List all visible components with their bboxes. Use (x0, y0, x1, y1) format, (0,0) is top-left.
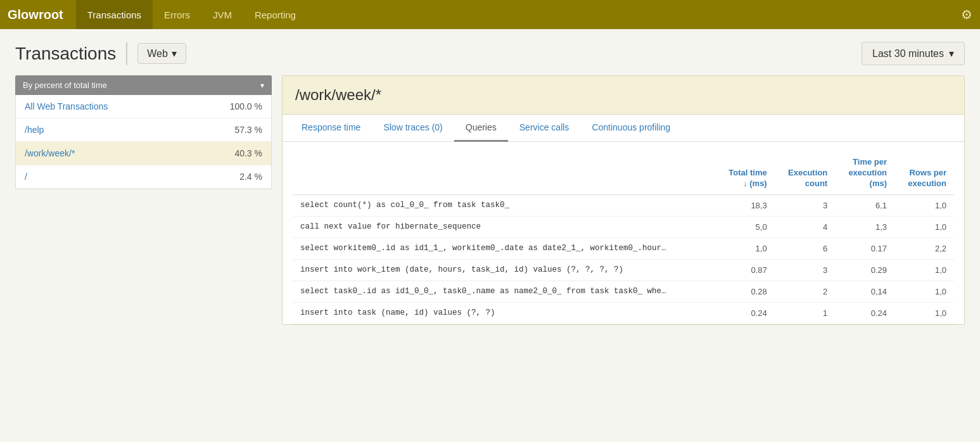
sidebar-table: All Web Transactions 100.0 % /help 57.3 … (15, 95, 272, 189)
th-total-time[interactable]: Total time↓ (ms) (715, 152, 775, 194)
right-panel: /work/week/* Response time Slow traces (… (282, 75, 965, 325)
query-text: select count(*) as col_0_0_ from task ta… (293, 194, 715, 216)
exec-count-cell: 6 (775, 237, 835, 259)
rows-per-exec-cell: 1,0 (894, 216, 954, 237)
page-title: Transactions (15, 44, 116, 64)
panel-title: /work/week/* (295, 86, 951, 104)
rows-per-exec-cell: 1,0 (894, 259, 954, 281)
tab-queries[interactable]: Queries (454, 115, 508, 142)
rows-per-exec-cell: 1,0 (894, 281, 954, 302)
nav-item-reporting[interactable]: Reporting (243, 0, 307, 29)
table-row[interactable]: insert into task (name, id) values (?, ?… (293, 302, 954, 324)
sidebar-row-help[interactable]: /help 57.3 % (16, 118, 271, 142)
sidebar-row-label: All Web Transactions (25, 101, 108, 111)
time-per-exec-cell: 0,14 (835, 281, 894, 302)
sidebar-row-label: /work/week/* (25, 148, 75, 158)
sidebar-row-label: / (25, 172, 27, 182)
nav-item-jvm[interactable]: JVM (201, 0, 243, 29)
sort-arrow-icon: ↓ (743, 179, 748, 188)
web-dropdown[interactable]: Web ▾ (137, 43, 186, 64)
queries-table-wrapper: Total time↓ (ms) Executioncount Time per… (283, 142, 964, 324)
total-time-cell: 0.24 (715, 302, 775, 324)
th-exec-count[interactable]: Executioncount (775, 152, 835, 194)
exec-count-cell: 3 (775, 194, 835, 216)
rows-per-exec-cell: 1,0 (894, 302, 954, 324)
time-per-exec-cell: 1,3 (835, 216, 894, 237)
gear-icon[interactable]: ⚙ (961, 7, 972, 22)
exec-count-cell: 2 (775, 281, 835, 302)
time-range-dropdown[interactable]: Last 30 minutes ▾ (862, 42, 965, 65)
total-time-cell: 0.87 (715, 259, 775, 281)
sidebar-row-value: 57.3 % (234, 125, 262, 135)
time-range-label: Last 30 minutes (872, 48, 944, 60)
nav-item-transactions[interactable]: Transactions (76, 0, 153, 29)
chevron-down-icon: ▾ (172, 47, 177, 60)
nav-item-errors[interactable]: Errors (153, 0, 201, 29)
sidebar-row-all[interactable]: All Web Transactions 100.0 % (16, 95, 271, 118)
time-per-exec-cell: 0.29 (835, 259, 894, 281)
sidebar: By percent of total time ▾ All Web Trans… (15, 75, 272, 325)
sidebar-row-root[interactable]: / 2.4 % (16, 165, 271, 189)
exec-count-cell: 1 (775, 302, 835, 324)
table-row[interactable]: call next value for hibernate_sequence 5… (293, 216, 954, 237)
tabs-bar: Response time Slow traces (0) Queries Se… (283, 115, 964, 142)
query-text: select task0_.id as id1_0_0_, task0_.nam… (293, 281, 715, 302)
top-nav: Glowroot Transactions Errors JVM Reporti… (0, 0, 980, 29)
total-time-cell: 1,0 (715, 237, 775, 259)
table-row[interactable]: select count(*) as col_0_0_ from task ta… (293, 194, 954, 216)
time-per-exec-cell: 0.17 (835, 237, 894, 259)
total-time-cell: 0.28 (715, 281, 775, 302)
page-title-area: Transactions Web ▾ (15, 42, 186, 65)
tab-response-time[interactable]: Response time (290, 115, 372, 142)
query-text: select workitem0_.id as id1_1_, workitem… (293, 237, 715, 259)
query-text: insert into work_item (date, hours, task… (293, 259, 715, 281)
rows-per-exec-cell: 1,0 (894, 194, 954, 216)
sidebar-row-workweek[interactable]: /work/week/* 40.3 % (16, 142, 271, 165)
sidebar-header: By percent of total time ▾ (15, 75, 272, 95)
tab-service-calls[interactable]: Service calls (508, 115, 581, 142)
sidebar-row-value: 2.4 % (239, 172, 262, 182)
th-rows-per-exec[interactable]: Rows perexecution (894, 152, 954, 194)
tab-slow-traces[interactable]: Slow traces (0) (372, 115, 454, 142)
exec-count-cell: 3 (775, 259, 835, 281)
sidebar-row-value: 100.0 % (230, 101, 262, 111)
table-row[interactable]: insert into work_item (date, hours, task… (293, 259, 954, 281)
main-content: By percent of total time ▾ All Web Trans… (0, 75, 980, 340)
brand: Glowroot (8, 8, 63, 22)
time-per-exec-cell: 0.24 (835, 302, 894, 324)
sidebar-row-value: 40.3 % (234, 148, 262, 158)
total-time-cell: 18,3 (715, 194, 775, 216)
query-text: call next value for hibernate_sequence (293, 216, 715, 237)
nav-items: Transactions Errors JVM Reporting (76, 0, 961, 29)
table-row[interactable]: select workitem0_.id as id1_1_, workitem… (293, 237, 954, 259)
title-divider (126, 42, 127, 65)
sidebar-header-label: By percent of total time (23, 80, 107, 90)
query-text: insert into task (name, id) values (?, ?… (293, 302, 715, 324)
time-per-exec-cell: 6,1 (835, 194, 894, 216)
th-query (293, 152, 715, 194)
tab-continuous-profiling[interactable]: Continuous profiling (580, 115, 682, 142)
chevron-down-icon: ▾ (949, 47, 954, 60)
queries-table: Total time↓ (ms) Executioncount Time per… (293, 152, 954, 324)
sidebar-header-dropdown-icon[interactable]: ▾ (260, 81, 264, 90)
total-time-cell: 5,0 (715, 216, 775, 237)
th-time-per-exec[interactable]: Time perexecution(ms) (835, 152, 894, 194)
exec-count-cell: 4 (775, 216, 835, 237)
page-header: Transactions Web ▾ Last 30 minutes ▾ (0, 29, 980, 75)
sidebar-row-label: /help (25, 125, 44, 135)
panel-title-bar: /work/week/* (283, 76, 964, 115)
table-row[interactable]: select task0_.id as id1_0_0_, task0_.nam… (293, 281, 954, 302)
rows-per-exec-cell: 2,2 (894, 237, 954, 259)
web-dropdown-label: Web (147, 48, 168, 60)
